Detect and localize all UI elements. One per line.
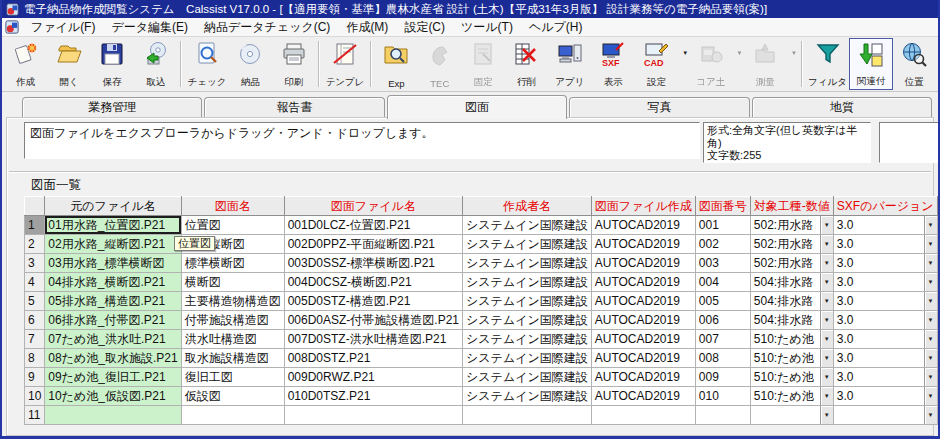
toolbar-button-delivery-cd[interactable]: 納品 — [229, 38, 272, 90]
dropdown-button[interactable]: ▼ — [924, 387, 937, 405]
created-with-cell[interactable]: AUTOCAD2019 — [591, 368, 695, 387]
toolbar-button-location[interactable]: 位置 — [893, 38, 936, 90]
work-type-cell[interactable]: 510:ため池▼ — [750, 368, 833, 387]
created-with-cell[interactable]: AUTOCAD2019 — [591, 292, 695, 311]
drawing-file-cell[interactable]: 001D0LCZ-位置図.P21 — [284, 216, 462, 235]
row-number-cell[interactable]: 11 — [25, 406, 45, 425]
drawing-file-cell[interactable]: 008D0STZ.P21 — [284, 349, 462, 368]
author-cell[interactable]: システムイン国際建設 — [463, 216, 592, 235]
work-type-cell[interactable]: 510:ため池▼ — [750, 349, 833, 368]
sxf-version-cell[interactable]: 3.0▼ — [833, 387, 937, 406]
row-number-cell[interactable]: 10 — [25, 387, 45, 406]
dropdown-button[interactable]: ▼ — [820, 387, 833, 405]
author-cell[interactable]: システムイン国際建設 — [463, 273, 592, 292]
original-filename-cell[interactable]: 09ため池_復旧工.P21 — [45, 368, 181, 387]
dropdown-button[interactable]: ▼ — [820, 330, 833, 348]
created-with-cell[interactable]: AUTOCAD2019 — [591, 273, 695, 292]
dropdown-button[interactable]: ▼ — [924, 406, 937, 424]
dropdown-button[interactable]: ▼ — [820, 273, 833, 291]
drawing-name-cell[interactable]: 主要構造物構造図 — [181, 292, 284, 311]
drawing-file-cell[interactable]: 003D0SSZ-標準横断図.P21 — [284, 254, 462, 273]
work-type-cell[interactable]: 504:排水路▼ — [750, 292, 833, 311]
author-cell[interactable]: システムイン国際建設 — [463, 368, 592, 387]
drawing-drop-area[interactable]: 図面ファイルをエクスプローラからドラッグ・アンド・ドロップします。 — [24, 122, 700, 159]
dropdown-button[interactable]: ▼ — [924, 330, 937, 348]
created-with-cell[interactable]: AUTOCAD2019 — [591, 235, 695, 254]
drawing-number-cell[interactable]: 009 — [695, 368, 750, 387]
drawing-number-cell[interactable]: 003 — [695, 254, 750, 273]
toolbar-button-filter[interactable]: フィルタ — [806, 38, 849, 90]
sxf-version-cell[interactable]: 3.0▼ — [833, 292, 937, 311]
toolbar-button-print[interactable]: 印刷 — [272, 38, 315, 90]
drawing-file-cell[interactable]: 006D0ASZ-付帯施設構造図.P21 — [284, 311, 462, 330]
author-cell[interactable]: システムイン国際建設 — [463, 254, 592, 273]
drawing-name-cell[interactable]: 復旧工図 — [181, 368, 284, 387]
tab-図面[interactable]: 図面 — [387, 95, 567, 119]
author-cell[interactable]: システムイン国際建設 — [463, 330, 592, 349]
tab-業務管理[interactable]: 業務管理 — [22, 97, 202, 117]
author-cell[interactable]: システムイン国際建設 — [463, 235, 592, 254]
original-filename-cell[interactable]: 03用水路_標準横断図 — [45, 254, 181, 273]
dropdown-button[interactable]: ▼ — [820, 311, 833, 329]
sxf-version-cell[interactable]: 3.0▼ — [833, 349, 937, 368]
drawing-file-cell[interactable]: 005D0STZ-構造図.P21 — [284, 292, 462, 311]
drawing-number-cell[interactable]: 008 — [695, 349, 750, 368]
toolbar-button-explorer-folder[interactable]: Exp — [375, 38, 418, 90]
toolbar-button-new-document[interactable]: 作成 — [4, 38, 47, 90]
dropdown-button[interactable]: ▼ — [820, 216, 833, 234]
sxf-version-cell[interactable]: 3.0▼ — [833, 368, 937, 387]
tab-報告書[interactable]: 報告書 — [204, 97, 384, 117]
original-filename-cell[interactable] — [45, 406, 181, 425]
drawing-number-cell[interactable]: 002 — [695, 235, 750, 254]
original-filename-cell[interactable]: 08ため池_取水施設.P21 — [45, 349, 181, 368]
author-cell[interactable]: システムイン国際建設 — [463, 387, 592, 406]
toolbar-button-delete-row[interactable]: 行削 — [505, 38, 548, 90]
toolbar-button-cad-settings[interactable]: CAD設定▼ — [635, 38, 678, 90]
sxf-version-cell[interactable]: 3.0▼ — [833, 273, 937, 292]
created-with-cell[interactable]: AUTOCAD2019 — [591, 254, 695, 273]
work-type-cell[interactable]: 502:用水路▼ — [750, 254, 833, 273]
drawing-file-cell[interactable] — [284, 406, 462, 425]
work-type-cell[interactable]: 502:用水路▼ — [750, 235, 833, 254]
original-filename-cell[interactable]: 07ため池_洪水吐.P21 — [45, 330, 181, 349]
original-filename-cell[interactable]: 10ため池_仮設図.P21 — [45, 387, 181, 406]
drawing-number-cell[interactable]: 010 — [695, 387, 750, 406]
dropdown-button[interactable]: ▼ — [924, 254, 937, 272]
sxf-version-cell[interactable]: ▼ — [833, 406, 937, 425]
toolbar-button-check-document[interactable]: チェック — [185, 38, 228, 90]
original-filename-cell[interactable]: 01用水路_位置図.P21 — [45, 216, 181, 235]
toolbar-button-associate[interactable]: 関連付 — [849, 38, 892, 90]
sxf-version-cell[interactable]: 3.0▼ — [833, 216, 937, 235]
dropdown-button[interactable]: ▼ — [820, 349, 833, 367]
toolbar-button-app-computer[interactable]: アプリ — [548, 38, 591, 90]
drawing-name-cell[interactable]: 位置図 — [181, 216, 284, 235]
work-type-cell[interactable]: 510:ため池▼ — [750, 330, 833, 349]
toolbar-button-template[interactable]: テンプレ — [323, 38, 366, 90]
menu-item[interactable]: 作成(M) — [338, 19, 396, 35]
drawing-name-cell[interactable]: 横断図 — [181, 273, 284, 292]
drawing-number-cell[interactable] — [695, 406, 750, 425]
menu-item[interactable]: ファイル(F) — [23, 19, 103, 35]
original-filename-cell[interactable]: 02用水路_縦断図.P21 — [45, 235, 181, 254]
work-type-cell[interactable]: 504:排水路▼ — [750, 273, 833, 292]
dropdown-button[interactable]: ▼ — [820, 368, 833, 386]
drawing-name-cell[interactable]: 仮設図 — [181, 387, 284, 406]
menu-item[interactable]: ヘルプ(H) — [521, 19, 591, 35]
drawing-name-cell[interactable]: 付帯施設構造図 — [181, 311, 284, 330]
sxf-version-cell[interactable]: 3.0▼ — [833, 235, 937, 254]
row-number-cell[interactable]: 5 — [25, 292, 45, 311]
menu-item[interactable]: データ編集(E) — [103, 19, 196, 35]
drawing-name-cell[interactable] — [181, 406, 284, 425]
work-type-cell[interactable]: 504:排水路▼ — [750, 311, 833, 330]
dropdown-button[interactable]: ▼ — [924, 235, 937, 253]
work-type-cell[interactable]: 502:用水路▼ — [750, 216, 833, 235]
dropdown-button[interactable]: ▼ — [924, 311, 937, 329]
drawing-file-cell[interactable]: 007D0STZ-洪水吐構造図.P21 — [284, 330, 462, 349]
created-with-cell[interactable] — [591, 406, 695, 425]
created-with-cell[interactable]: AUTOCAD2019 — [591, 349, 695, 368]
row-number-cell[interactable]: 4 — [25, 273, 45, 292]
drawing-number-cell[interactable]: 006 — [695, 311, 750, 330]
author-cell[interactable]: システムイン国際建設 — [463, 349, 592, 368]
row-number-cell[interactable]: 9 — [25, 368, 45, 387]
dropdown-button[interactable]: ▼ — [924, 292, 937, 310]
